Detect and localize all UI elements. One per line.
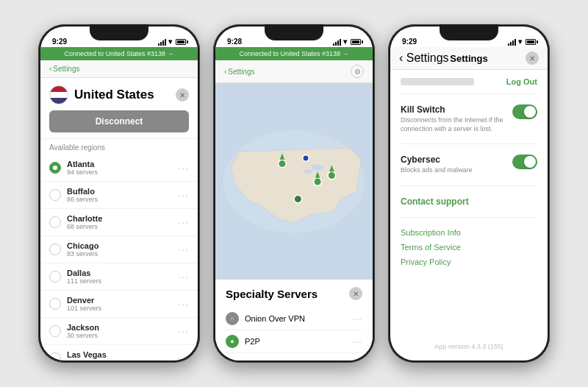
region-more-button[interactable]: ··· bbox=[178, 189, 189, 201]
close-button-1[interactable]: ✕ bbox=[176, 88, 189, 102]
region-name: Charlotte bbox=[67, 214, 178, 223]
nav-bar-2: ‹ Settings ⚙ bbox=[215, 60, 373, 83]
time-3: 9:29 bbox=[402, 38, 417, 46]
kill-switch-row: Kill Switch Disconnects from the Interne… bbox=[401, 104, 537, 133]
settings-content: Log Out Kill Switch Disconnects from the… bbox=[390, 70, 548, 361]
divider-1 bbox=[401, 143, 537, 144]
region-more-button[interactable]: ··· bbox=[178, 244, 189, 255]
region-item[interactable]: Jackson30 servers··· bbox=[40, 318, 198, 345]
back-button-1[interactable]: ‹ Settings bbox=[49, 65, 79, 73]
phone-3: 9:29 ▾ ‹ Settings Settings bbox=[388, 24, 550, 363]
connected-banner-1[interactable]: Connected to United States #3138 → bbox=[40, 47, 198, 60]
kill-switch-text: Kill Switch Disconnects from the Interne… bbox=[401, 104, 506, 133]
us-flag bbox=[49, 85, 68, 104]
specialty-item-p2p[interactable]: ● P2P ··· bbox=[226, 330, 362, 353]
region-item[interactable]: Chicago83 servers··· bbox=[40, 236, 198, 263]
divider-3 bbox=[401, 217, 537, 218]
region-more-button[interactable]: ··· bbox=[178, 298, 189, 310]
region-dot bbox=[49, 271, 61, 283]
region-name: Las Vegas bbox=[67, 350, 178, 359]
settings-icon-2[interactable]: ⚙ bbox=[351, 65, 364, 78]
back-button-3[interactable]: ‹ Settings bbox=[399, 52, 449, 65]
region-item[interactable]: Dallas111 servers··· bbox=[40, 263, 198, 291]
country-name: United States bbox=[74, 88, 154, 102]
connected-banner-2[interactable]: Connected to United States #3138 → bbox=[215, 47, 373, 60]
region-item[interactable]: Charlotte68 servers··· bbox=[40, 209, 198, 236]
p2p-more[interactable]: ··· bbox=[351, 335, 362, 347]
region-text: Charlotte68 servers bbox=[67, 214, 178, 230]
region-more-button[interactable]: ··· bbox=[178, 216, 189, 228]
svg-point-2 bbox=[312, 164, 324, 171]
region-text: Buffalo86 servers bbox=[67, 187, 178, 203]
specialty-item-onion[interactable]: ○ Onion Over VPN ··· bbox=[226, 308, 362, 330]
region-count: 30 servers bbox=[67, 332, 178, 339]
region-more-button[interactable]: ··· bbox=[178, 352, 189, 361]
onion-more[interactable]: ··· bbox=[351, 313, 362, 324]
account-email-blurred bbox=[401, 78, 474, 85]
region-item[interactable]: Atlanta94 servers··· bbox=[40, 155, 198, 182]
region-dot bbox=[49, 325, 61, 337]
wifi-icon-1: ▾ bbox=[168, 38, 172, 46]
divider-2 bbox=[401, 185, 537, 186]
cybersec-toggle[interactable] bbox=[512, 155, 537, 169]
region-name: Buffalo bbox=[67, 187, 178, 196]
region-more-button[interactable]: ··· bbox=[178, 162, 189, 174]
notch-3 bbox=[440, 24, 498, 40]
region-item[interactable]: Buffalo86 servers··· bbox=[40, 182, 198, 209]
specialty-title: Specialty Servers bbox=[226, 288, 318, 300]
time-1: 9:29 bbox=[52, 38, 67, 46]
region-text: Atlanta94 servers bbox=[67, 160, 178, 176]
map-area bbox=[215, 83, 373, 280]
phones-container: 9:29 ▾ Connected to United States #3138 … bbox=[24, 10, 564, 377]
region-text: Las Vegas40 servers bbox=[67, 350, 178, 361]
region-dot bbox=[49, 352, 61, 361]
region-item[interactable]: Las Vegas40 servers··· bbox=[40, 345, 198, 361]
region-text: Dallas111 servers bbox=[67, 269, 178, 285]
svg-point-8 bbox=[294, 195, 302, 203]
us-map-svg bbox=[215, 83, 373, 280]
region-more-button[interactable]: ··· bbox=[178, 325, 189, 337]
specialty-panel: Specialty Servers ✕ ○ Onion Over VPN ···… bbox=[215, 280, 373, 361]
region-list: Atlanta94 servers···Buffalo86 servers···… bbox=[40, 155, 198, 361]
subscription-info-link[interactable]: Subscription Info bbox=[401, 228, 537, 237]
settings-links: Subscription Info Terms of Service Priva… bbox=[401, 228, 537, 266]
region-count: 40 servers bbox=[67, 359, 178, 361]
region-dot bbox=[49, 189, 61, 201]
svg-point-6 bbox=[314, 178, 322, 186]
country-info: United States bbox=[49, 85, 154, 104]
region-count: 101 servers bbox=[67, 305, 178, 312]
back-button-2[interactable]: ‹ Settings bbox=[224, 68, 254, 76]
wifi-icon-2: ▾ bbox=[343, 38, 347, 46]
region-name: Dallas bbox=[67, 269, 178, 277]
terms-of-service-link[interactable]: Terms of Service bbox=[401, 243, 537, 252]
region-text: Chicago83 servers bbox=[67, 241, 178, 258]
region-item[interactable]: Denver101 servers··· bbox=[40, 291, 198, 318]
svg-point-11 bbox=[303, 155, 309, 162]
region-name: Jackson bbox=[67, 323, 178, 332]
region-dot bbox=[49, 244, 61, 255]
kill-switch-label: Kill Switch bbox=[401, 104, 506, 115]
kill-switch-desc: Disconnects from the Internet if the con… bbox=[401, 116, 506, 133]
notch-2 bbox=[265, 24, 323, 40]
battery-icon-3 bbox=[526, 39, 536, 45]
privacy-policy-link[interactable]: Privacy Policy bbox=[401, 258, 537, 266]
close-specialty[interactable]: ✕ bbox=[349, 287, 362, 300]
p2p-label: P2P bbox=[245, 337, 351, 346]
signal-icon-2 bbox=[333, 38, 341, 46]
signal-icon-3 bbox=[508, 38, 516, 46]
p2p-icon: ● bbox=[226, 335, 239, 348]
close-settings-button[interactable]: ✕ bbox=[526, 52, 539, 65]
onion-label: Onion Over VPN bbox=[245, 314, 351, 323]
phone1-header: United States ✕ Disconnect bbox=[40, 78, 198, 139]
cybersec-desc: Blocks ads and malware bbox=[401, 166, 506, 175]
contact-support-label[interactable]: Contact support bbox=[401, 196, 537, 207]
kill-switch-toggle[interactable] bbox=[512, 104, 537, 119]
app-version: App version 4.3.3 (155) bbox=[401, 343, 537, 353]
disconnect-button[interactable]: Disconnect bbox=[49, 110, 189, 132]
settings-nav: ‹ Settings Settings ✕ bbox=[390, 47, 548, 70]
onion-icon: ○ bbox=[226, 312, 239, 325]
region-more-button[interactable]: ··· bbox=[178, 271, 189, 283]
region-count: 68 servers bbox=[67, 223, 178, 230]
logout-button[interactable]: Log Out bbox=[506, 77, 537, 86]
region-name: Denver bbox=[67, 296, 178, 305]
